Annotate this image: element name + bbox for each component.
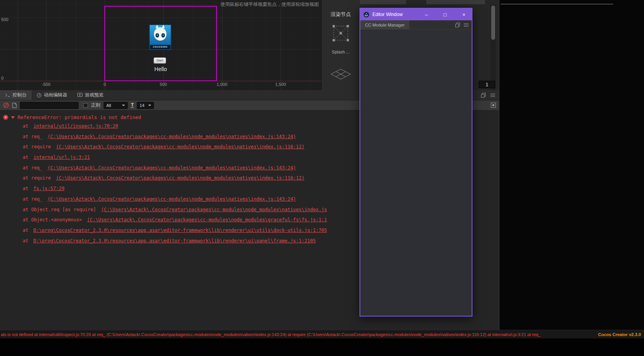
stack-link[interactable]: (C:\Users\Aztack\.CocosCreator\packages\… bbox=[56, 144, 304, 150]
window-edge-line bbox=[501, 4, 613, 4]
ruler-left-label: 0 bbox=[1, 76, 4, 80]
tab-label: 动画编辑器 bbox=[44, 92, 67, 98]
tab-cc-module-manager[interactable]: CC Module Manager bbox=[360, 20, 410, 29]
clock-icon bbox=[37, 93, 41, 98]
stack-prefix: at bbox=[23, 123, 28, 129]
stack-link[interactable]: (C:\Users\Aztack\.CocosCreator\packages\… bbox=[101, 207, 327, 212]
stack-prefix: at Object.req [as require] bbox=[23, 207, 96, 212]
tab-label: 游戏预览 bbox=[85, 92, 104, 98]
tab-game-preview[interactable]: 游戏预览 bbox=[72, 90, 109, 100]
tab-animation-editor[interactable]: 动画编辑器 bbox=[32, 90, 72, 100]
scene-button-node[interactable]: Start bbox=[154, 57, 166, 64]
logo-head-shape bbox=[154, 27, 166, 41]
console-search-input[interactable] bbox=[20, 102, 79, 109]
stack-prefix: at require bbox=[23, 175, 51, 181]
stack-prefix: at req_ bbox=[23, 134, 43, 139]
float-window-icon[interactable] bbox=[455, 23, 460, 27]
editor-window-titlebar[interactable]: Editor Window – □ × bbox=[360, 9, 472, 20]
panel-menu-icon[interactable] bbox=[490, 93, 495, 97]
stack-link[interactable]: (C:\Users\Aztack\.CocosCreator\packages\… bbox=[87, 217, 327, 222]
clipped-panel-tab[interactable] bbox=[360, 0, 406, 4]
open-log-file-icon[interactable] bbox=[12, 103, 17, 108]
right-empty-region bbox=[499, 0, 644, 330]
render-node-palette: 渲染节点 Splash ... bbox=[321, 0, 360, 90]
logo-caption: COCOS2DX bbox=[150, 45, 170, 49]
regex-checkbox[interactable] bbox=[83, 103, 88, 108]
panel-menu-icon[interactable] bbox=[464, 23, 469, 27]
stack-prefix: at Object.<anonymous> bbox=[23, 217, 82, 222]
sprite-node-icon[interactable] bbox=[332, 25, 349, 42]
ruler-bottom-label: 1,500 bbox=[272, 82, 289, 87]
maximize-button[interactable]: □ bbox=[437, 9, 453, 20]
palette-title: 渲染节点 bbox=[322, 11, 360, 18]
float-window-icon[interactable] bbox=[481, 93, 486, 98]
error-message: ReferenceError: primordials is not defin… bbox=[18, 114, 141, 120]
close-button[interactable]: × bbox=[456, 9, 472, 20]
clear-console-icon[interactable] bbox=[3, 102, 9, 108]
scene-hello-label[interactable]: Hello bbox=[104, 66, 217, 72]
logo-eye bbox=[161, 33, 165, 37]
tab-console[interactable]: 控制台 bbox=[0, 90, 32, 100]
clipped-panel-tab[interactable] bbox=[426, 0, 485, 4]
stack-link[interactable]: (C:\Users\Aztack\.CocosCreator\packages\… bbox=[56, 175, 304, 181]
filter-value: All bbox=[106, 103, 111, 108]
status-bar: als is not defined at internal/util/insp… bbox=[0, 330, 644, 338]
editor-window-content bbox=[360, 30, 472, 316]
app-version-label: Cocos Creator v2.3.0 bbox=[595, 332, 644, 337]
editor-window-tabstrip: CC Module Manager bbox=[360, 20, 472, 30]
status-error-message[interactable]: als is not defined at internal/util/insp… bbox=[0, 332, 595, 337]
expand-caret-icon[interactable] bbox=[11, 116, 15, 119]
preview-screen-icon bbox=[77, 93, 82, 97]
editor-window-title: Editor Window bbox=[372, 12, 415, 17]
cocos-creator-window: 使用鼠标右键平移视窗焦点，使用滚轮缩放视图 500 0 -500 0 500 1… bbox=[0, 0, 644, 356]
stack-prefix: at bbox=[23, 228, 28, 233]
stack-link[interactable]: (C:\Users\Aztack\.CocosCreator\packages\… bbox=[48, 196, 296, 202]
logo-eye bbox=[156, 33, 159, 37]
ruler-bottom-label: -500 bbox=[38, 82, 55, 87]
editor-window-tab-actions bbox=[455, 23, 472, 27]
bottom-empty-region bbox=[0, 338, 644, 356]
font-size-value: 14 bbox=[140, 103, 144, 108]
chevron-down-icon bbox=[148, 105, 151, 106]
value-input[interactable] bbox=[479, 81, 495, 88]
scene-view[interactable]: 使用鼠标右键平移视窗焦点，使用滚轮缩放视图 500 0 -500 0 500 1… bbox=[0, 0, 321, 90]
tab-label: 控制台 bbox=[13, 92, 27, 98]
vertical-divider bbox=[499, 0, 499, 330]
error-badge-icon: × bbox=[3, 115, 8, 120]
font-size-dropdown[interactable]: 14 bbox=[137, 102, 154, 109]
stack-link[interactable]: D:\prog\CocosCreator_2.3.0\resources\app… bbox=[33, 238, 315, 244]
console-tabbar-actions bbox=[481, 93, 499, 98]
log-type-filter-dropdown[interactable]: All bbox=[104, 102, 128, 109]
stack-prefix: at bbox=[23, 155, 28, 160]
stack-prefix: at bbox=[23, 186, 28, 191]
stack-prefix: at req_ bbox=[23, 165, 43, 171]
terminal-icon bbox=[5, 93, 10, 97]
font-size-icon: T bbox=[131, 103, 134, 108]
stack-link[interactable]: D:\prog\CocosCreator_2.3.0\resources\app… bbox=[33, 228, 327, 233]
palette-item-label[interactable]: Splash ... bbox=[322, 50, 360, 54]
ruler-bottom-label: 0 bbox=[96, 82, 113, 87]
cocos-app-icon bbox=[363, 12, 369, 18]
stack-prefix: at bbox=[23, 238, 28, 244]
stack-link[interactable]: fs.js:57:29 bbox=[33, 186, 64, 191]
stack-link[interactable]: internal/url.js:3:21 bbox=[33, 155, 90, 160]
minimize-button[interactable]: – bbox=[419, 9, 434, 20]
tiledmap-node-icon[interactable] bbox=[330, 68, 351, 80]
scrollbar-thumb[interactable] bbox=[491, 5, 495, 40]
collapse-log-icon[interactable] bbox=[491, 103, 496, 108]
stack-prefix: at req_ bbox=[23, 196, 43, 202]
ruler-left-label: 500 bbox=[1, 17, 8, 22]
stack-prefix: at require bbox=[23, 144, 51, 150]
ruler-bottom-label: 500 bbox=[155, 82, 172, 87]
stack-link[interactable]: (C:\Users\Aztack\.CocosCreator\packages\… bbox=[48, 165, 296, 171]
regex-label: 正则 bbox=[91, 102, 100, 109]
chevron-down-icon bbox=[122, 105, 125, 106]
stack-link[interactable]: (C:\Users\Aztack\.CocosCreator\packages\… bbox=[48, 134, 296, 139]
cocos-logo-sprite[interactable]: COCOS2DX bbox=[149, 24, 172, 50]
scrollbar-track bbox=[490, 5, 496, 90]
stack-link[interactable]: internal/util/inspect.js:70:20 bbox=[33, 123, 118, 129]
editor-window: Editor Window – □ × CC Module Manager bbox=[360, 8, 472, 317]
ruler-bottom-label: 1,000 bbox=[213, 82, 231, 87]
